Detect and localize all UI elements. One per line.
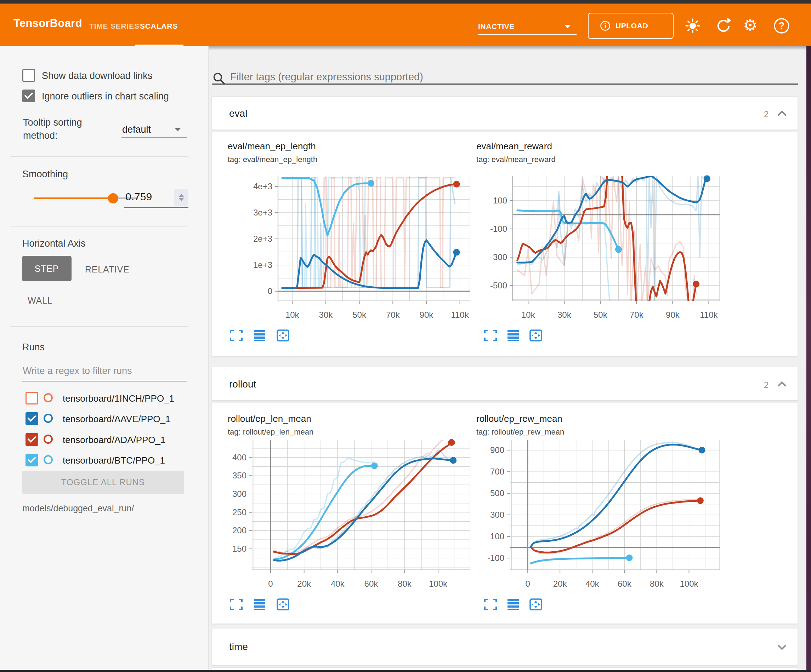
check-icon: [28, 434, 36, 443]
log-scale-icon[interactable]: [506, 598, 520, 611]
chart-title: eval/mean_ep_length: [228, 141, 316, 152]
axis-relative-button[interactable]: RELATIVE: [85, 264, 129, 274]
smoothing-stepper[interactable]: [174, 189, 188, 206]
show-download-links-checkbox[interactable]: [22, 69, 35, 82]
axis-step-button[interactable]: STEP: [22, 256, 71, 281]
run-row: tensorboard/1INCH/PPO_1: [0, 391, 208, 406]
svg-text:200: 200: [232, 525, 246, 535]
svg-text:250: 250: [232, 508, 246, 517]
run-checkbox[interactable]: [25, 392, 38, 405]
runs-filter-underline: [22, 381, 187, 381]
chart-tag: tag: eval/mean_ep_length: [228, 155, 317, 164]
run-color-swatch: [44, 414, 53, 423]
axis-wall-button[interactable]: WALL: [28, 296, 53, 306]
fullscreen-icon[interactable]: [229, 598, 243, 611]
svg-text:50k: 50k: [352, 310, 366, 320]
filter-tags-underline: [212, 83, 798, 85]
svg-text:1e+3: 1e+3: [253, 260, 272, 270]
filter-tags-input[interactable]: [229, 71, 791, 83]
svg-text:900: 900: [490, 445, 504, 455]
run-checkbox[interactable]: [25, 433, 38, 446]
run-status-underline: [478, 34, 577, 35]
stepper-down-icon[interactable]: [179, 198, 184, 201]
run-label: tensorboard/BTC/PPO_1: [63, 455, 165, 466]
smoothing-value-input[interactable]: [125, 190, 172, 203]
run-checkbox[interactable]: [25, 412, 38, 425]
run-color-swatch: [44, 435, 53, 444]
chevron-down-icon[interactable]: [565, 25, 571, 28]
smoothing-slider-fill: [34, 198, 113, 199]
help-icon[interactable]: ?: [773, 17, 791, 35]
run-row: tensorboard/BTC/PPO_1: [0, 453, 208, 469]
svg-text:500: 500: [490, 488, 504, 498]
svg-text:0: 0: [268, 286, 272, 296]
tooltip-sorting-select[interactable]: default: [122, 124, 151, 135]
svg-text:0: 0: [525, 579, 530, 589]
fit-domain-icon[interactable]: [529, 329, 543, 342]
tab-scalars[interactable]: SCALARS: [140, 22, 178, 30]
run-checkbox[interactable]: [25, 454, 38, 466]
fullscreen-icon[interactable]: [484, 598, 497, 611]
svg-text:10k: 10k: [285, 310, 300, 320]
run-status-select[interactable]: INACTIVE: [478, 22, 514, 31]
svg-text:3e+3: 3e+3: [253, 208, 272, 217]
runs-directory-label: models/debugged_eval_run/: [22, 503, 134, 513]
svg-text:20k: 20k: [297, 579, 311, 589]
toggle-all-runs-button[interactable]: TOGGLE ALL RUNS: [22, 471, 184, 494]
upload-button-label: UPLOAD: [616, 22, 648, 30]
section-header-rollout[interactable]: rollout 2: [212, 367, 798, 401]
svg-text:350: 350: [232, 471, 246, 480]
fit-domain-icon[interactable]: [529, 598, 543, 611]
svg-text:40k: 40k: [331, 579, 345, 589]
stepper-up-icon[interactable]: [179, 194, 184, 197]
run-color-swatch: [44, 455, 53, 464]
tab-time-series[interactable]: TIME SERIES: [89, 22, 139, 30]
refresh-icon[interactable]: [715, 17, 732, 35]
section-header-eval[interactable]: eval 2: [212, 96, 798, 130]
fit-domain-icon[interactable]: [276, 598, 290, 611]
tooltip-sorting-underline: [122, 137, 187, 138]
run-color-swatch: [44, 393, 53, 402]
log-scale-icon[interactable]: [253, 329, 266, 342]
fit-domain-icon[interactable]: [276, 329, 290, 342]
chart-title: rollout/ep_len_mean: [228, 413, 311, 424]
svg-text:40k: 40k: [585, 579, 600, 589]
section-title-time: time: [229, 641, 248, 653]
ignore-outliers-label: Ignore outliers in chart scaling: [42, 91, 200, 102]
window-bottom-edge: [0, 670, 811, 672]
svg-text:-100: -100: [487, 553, 504, 563]
chevron-down-icon[interactable]: [175, 128, 181, 131]
line-chart-rollout-ep-len-mean[interactable]: 020k40k60k80k100k150200250300350400: [210, 433, 488, 596]
upload-button[interactable]: UPLOAD: [588, 13, 674, 39]
svg-text:700: 700: [490, 467, 504, 476]
line-chart-rollout-ep-rew-mean[interactable]: 020k40k60k80k100k-100100300500700900: [467, 433, 737, 596]
svg-text:10k: 10k: [521, 310, 536, 320]
chevron-up-icon[interactable]: [776, 379, 788, 389]
fullscreen-icon[interactable]: [229, 329, 243, 342]
run-label: tensorboard/ADA/PPO_1: [63, 435, 166, 445]
log-scale-icon[interactable]: [253, 598, 266, 611]
section-header-time[interactable]: time: [212, 628, 798, 665]
brightness-icon[interactable]: [684, 17, 702, 35]
divider: [10, 156, 188, 157]
settings-icon[interactable]: ⚙: [743, 15, 758, 35]
line-chart-eval-mean-ep-length[interactable]: 10k30k50k70k90k110k01e+32e+33e+34e+3: [236, 169, 488, 327]
line-chart-eval-mean-reward[interactable]: 10k30k50k70k90k110k100-100-300-500: [470, 169, 737, 327]
fullscreen-icon[interactable]: [484, 329, 497, 342]
chart-title: eval/mean_reward: [476, 141, 552, 152]
svg-text:30k: 30k: [557, 310, 572, 320]
svg-text:60k: 60k: [365, 579, 378, 589]
run-row: tensorboard/AAVE/PPO_1: [0, 411, 208, 427]
svg-text:100k: 100k: [429, 579, 448, 589]
log-scale-icon[interactable]: [506, 329, 520, 342]
runs-filter-input[interactable]: [22, 365, 186, 377]
svg-text:20k: 20k: [553, 579, 567, 589]
smoothing-slider-handle[interactable]: [108, 193, 118, 203]
svg-text:400: 400: [232, 453, 246, 462]
tensorboard-app: TensorBoard TIME SERIES SCALARS INACTIVE…: [0, 0, 811, 672]
chevron-down-icon[interactable]: [776, 642, 788, 653]
app-logo: TensorBoard: [14, 17, 82, 30]
ignore-outliers-checkbox[interactable]: [22, 90, 35, 102]
chevron-up-icon[interactable]: [776, 108, 788, 119]
show-download-links-label: Show data download links: [42, 70, 152, 81]
